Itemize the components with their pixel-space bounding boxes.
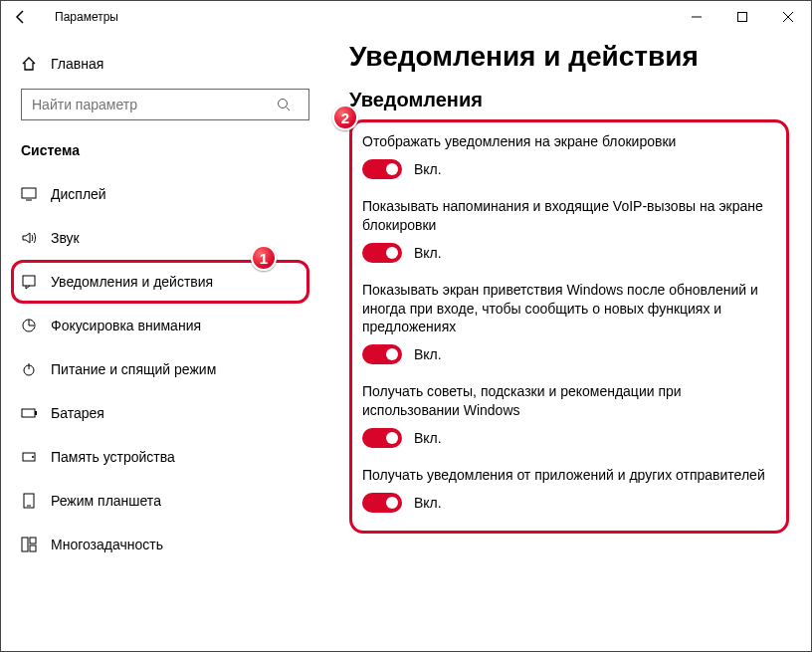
- toggle-switch[interactable]: [362, 159, 402, 179]
- sidebar-item-label: Звук: [51, 230, 80, 246]
- window-controls: [674, 1, 811, 33]
- minimize-button[interactable]: [674, 1, 719, 33]
- svg-line-5: [287, 108, 291, 111]
- main-content: Уведомления и действия Уведомления 2 Ото…: [319, 33, 811, 651]
- sidebar-item-display[interactable]: Дисплей: [21, 172, 319, 216]
- setting-label: Отображать уведомления на экране блокиро…: [362, 132, 776, 151]
- svg-rect-19: [30, 545, 36, 551]
- display-icon: [21, 186, 51, 202]
- toggle-state: Вкл.: [414, 245, 442, 261]
- toggle-state: Вкл.: [414, 495, 442, 511]
- toggle-switch[interactable]: [362, 344, 402, 364]
- power-icon: [21, 361, 51, 377]
- sidebar-item-multitasking[interactable]: Многозадачность: [21, 523, 319, 566]
- settings-window: Параметры Главная Система: [0, 0, 812, 652]
- sidebar-home-label: Главная: [51, 56, 103, 72]
- toggle-switch[interactable]: [362, 428, 402, 448]
- sidebar-item-label: Фокусировка внимания: [51, 318, 201, 333]
- svg-rect-6: [22, 188, 36, 198]
- sidebar: Главная Система Дисплей Звук: [1, 33, 319, 651]
- search-box[interactable]: [21, 89, 309, 120]
- sidebar-item-notifications[interactable]: Уведомления и действия 1: [11, 260, 309, 304]
- setting-welcome-screen: Показывать экран приветствия Windows пос…: [362, 281, 776, 365]
- annotation-callout-1: 1: [251, 245, 277, 271]
- svg-rect-17: [22, 538, 28, 551]
- annotation-callout-2: 2: [332, 105, 358, 130]
- svg-rect-12: [35, 411, 37, 415]
- setting-label: Показывать экран приветствия Windows пос…: [362, 281, 776, 337]
- sidebar-item-storage[interactable]: Память устройства: [21, 435, 319, 479]
- toggle-state: Вкл.: [414, 346, 442, 362]
- sidebar-item-power[interactable]: Питание и спящий режим: [21, 347, 319, 391]
- notify-icon: [21, 274, 51, 290]
- focus-icon: [21, 318, 51, 333]
- sidebar-item-tablet[interactable]: Режим планшета: [21, 479, 319, 523]
- sidebar-home[interactable]: Главная: [21, 45, 319, 83]
- setting-label: Получать советы, подсказки и рекомендаци…: [362, 382, 776, 420]
- svg-point-14: [32, 456, 34, 458]
- toggle-state: Вкл.: [414, 430, 442, 446]
- svg-rect-18: [30, 538, 36, 543]
- sidebar-item-label: Режим планшета: [51, 493, 161, 509]
- sidebar-item-label: Память устройства: [51, 449, 175, 465]
- sidebar-item-battery[interactable]: Батарея: [21, 391, 319, 435]
- sidebar-nav: Дисплей Звук Уведомления и действия 1 Фо…: [21, 172, 319, 566]
- search-input[interactable]: [22, 97, 277, 112]
- window-title: Параметры: [55, 10, 674, 24]
- setting-label: Показывать напоминания и входящие VoIP-в…: [362, 197, 776, 235]
- close-button[interactable]: [765, 1, 811, 33]
- svg-rect-8: [23, 276, 35, 286]
- page-title: Уведомления и действия: [349, 41, 789, 73]
- battery-icon: [21, 405, 51, 421]
- setting-lockscreen-notifications: Отображать уведомления на экране блокиро…: [362, 132, 776, 179]
- setting-voip-reminders: Показывать напоминания и входящие VoIP-в…: [362, 197, 776, 263]
- setting-tips: Получать советы, подсказки и рекомендаци…: [362, 382, 776, 448]
- sidebar-item-label: Батарея: [51, 405, 104, 421]
- svg-point-4: [279, 100, 288, 109]
- settings-group: 2 Отображать уведомления на экране блоки…: [349, 119, 789, 534]
- multitask-icon: [21, 537, 51, 552]
- svg-rect-1: [738, 13, 747, 22]
- sidebar-item-focus[interactable]: Фокусировка внимания: [21, 304, 319, 347]
- sidebar-item-label: Многозадачность: [51, 537, 163, 552]
- maximize-button[interactable]: [719, 1, 765, 33]
- sound-icon: [21, 230, 51, 246]
- setting-label: Получать уведомления от приложений и дру…: [362, 466, 776, 485]
- sidebar-item-label: Питание и спящий режим: [51, 361, 216, 377]
- toggle-switch[interactable]: [362, 243, 402, 263]
- sidebar-item-label: Уведомления и действия: [51, 274, 213, 290]
- sidebar-item-label: Дисплей: [51, 186, 106, 202]
- setting-app-notifications: Получать уведомления от приложений и дру…: [362, 466, 776, 513]
- svg-rect-11: [22, 409, 35, 417]
- toggle-state: Вкл.: [414, 161, 442, 177]
- titlebar: Параметры: [1, 1, 811, 33]
- back-button[interactable]: [9, 9, 55, 25]
- search-icon: [277, 98, 308, 111]
- home-icon: [21, 56, 51, 72]
- storage-icon: [21, 449, 51, 465]
- toggle-switch[interactable]: [362, 493, 402, 513]
- tablet-icon: [21, 493, 51, 509]
- sidebar-group-title: Система: [21, 142, 319, 158]
- section-title: Уведомления: [349, 89, 789, 111]
